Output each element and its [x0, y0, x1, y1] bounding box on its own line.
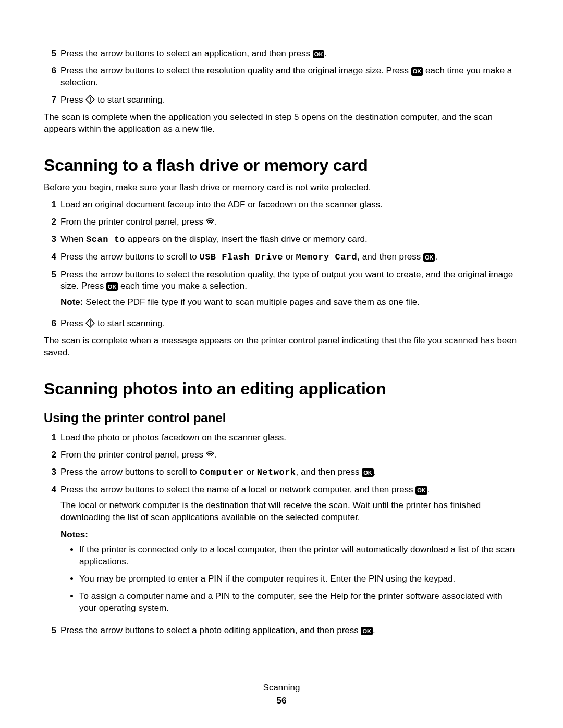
ok-icon: OK [362, 468, 374, 477]
flash-step-6: 6 Press to start scanning. [44, 318, 519, 330]
start-diamond-icon [85, 318, 95, 328]
text: each time you make a selection. [118, 281, 247, 291]
text: . [427, 485, 430, 495]
flash-intro: Before you begin, make sure your flash d… [44, 182, 519, 194]
step-text: Press the arrow buttons to scroll to USB… [60, 251, 519, 264]
ok-icon: OK [361, 627, 373, 635]
step-text: Press to start scanning. [60, 318, 519, 330]
text: From the printer control panel, press [60, 217, 206, 227]
step-text: Press the arrow buttons to select an app… [60, 48, 519, 60]
start-diamond-icon [85, 95, 95, 104]
step-number: 6 [44, 65, 56, 77]
flash-step-2: 2 From the printer control panel, press … [44, 216, 519, 228]
ok-icon: OK [106, 282, 118, 291]
ok-icon: OK [423, 253, 435, 262]
step-number: 4 [44, 251, 56, 263]
text: or [244, 467, 257, 477]
ok-icon: OK [313, 50, 325, 58]
text: . [373, 625, 375, 635]
step-text: Press the arrow buttons to select the na… [60, 484, 519, 620]
step-number: 1 [44, 199, 56, 211]
step-6: 6 Press the arrow buttons to select the … [44, 65, 519, 89]
step-7: 7 Press to start scanning. [44, 94, 519, 106]
note-text: Select the PDF file type if you want to … [85, 297, 420, 307]
mono-text: Memory Card [296, 252, 358, 262]
note-block: Note: Select the PDF file type if you wa… [60, 297, 519, 309]
text: . [374, 467, 376, 477]
ok-icon: OK [415, 486, 427, 495]
step-number: 6 [44, 318, 56, 330]
text: From the printer control panel, press [60, 450, 206, 460]
text: Press the arrow buttons to select a phot… [60, 625, 361, 635]
bullet-item: If the printer is connected only to a lo… [79, 544, 519, 568]
notes-label: Notes: [60, 529, 519, 541]
step-text: When Scan to appears on the display, ins… [60, 233, 519, 246]
photos-step-1: 1 Load the photo or photos facedown on t… [44, 432, 519, 444]
text: . [324, 48, 327, 58]
photos-steps: 1 Load the photo or photos facedown on t… [44, 432, 519, 637]
mono-text: Computer [199, 467, 244, 477]
text: Press the arrow buttons to select an app… [60, 48, 313, 58]
notes-bullets: If the printer is connected only to a lo… [60, 544, 519, 614]
step-number: 5 [44, 625, 56, 637]
flash-step-4: 4 Press the arrow buttons to scroll to U… [44, 251, 519, 264]
flash-step-3: 3 When Scan to appears on the display, i… [44, 233, 519, 246]
subheading-photos: Using the printer control panel [44, 410, 519, 426]
text: , and then press [296, 467, 362, 477]
text: . [215, 450, 217, 460]
step-number: 5 [44, 269, 56, 281]
text: Press the arrow buttons to select the na… [60, 485, 415, 495]
step-text: Press the arrow buttons to select the re… [60, 65, 519, 89]
step-number: 7 [44, 94, 56, 106]
step-number: 5 [44, 48, 56, 60]
mono-text: Scan to [86, 235, 125, 244]
bullet-item: You may be prompted to enter a PIN if th… [79, 573, 519, 585]
text: Press the arrow buttons to scroll to [60, 252, 199, 262]
footer-section: Scanning [0, 682, 563, 694]
text: When [60, 234, 86, 244]
step-number: 3 [44, 233, 56, 245]
ok-icon: OK [411, 67, 423, 76]
heading-photos: Scanning photos into an editing applicat… [44, 378, 519, 400]
flash-step-1: 1 Load an original document faceup into … [44, 199, 519, 211]
heading-flash: Scanning to a flash drive or memory card [44, 154, 519, 177]
bullet-item: To assign a computer name and a PIN to t… [79, 590, 519, 614]
mono-text: USB Flash Drive [199, 252, 283, 262]
step-number: 2 [44, 216, 56, 228]
step-text: From the printer control panel, press . [60, 449, 519, 461]
text: . [215, 217, 217, 227]
text: Press the arrow buttons to scroll to [60, 467, 199, 477]
photos-step-3: 3 Press the arrow buttons to scroll to C… [44, 466, 519, 479]
mono-text: Network [257, 467, 296, 477]
step-number: 3 [44, 466, 56, 478]
text: . [435, 252, 437, 262]
step-number: 1 [44, 432, 56, 444]
note-label: Note: [60, 297, 85, 307]
step-text: Press the arrow buttons to scroll to Com… [60, 466, 519, 479]
top-paragraph: The scan is complete when the applicatio… [44, 112, 519, 135]
footer-page-number: 56 [0, 695, 563, 707]
text: to start scanning. [95, 95, 165, 105]
text: appears on the display, insert the flash… [125, 234, 368, 244]
step-number: 4 [44, 484, 56, 496]
text: Press the arrow buttons to select the re… [60, 66, 411, 76]
step-text: Load an original document faceup into th… [60, 199, 519, 211]
step-number: 2 [44, 449, 56, 461]
step4-para: The local or network computer is the des… [60, 500, 519, 524]
step-5: 5 Press the arrow buttons to select an a… [44, 48, 519, 60]
scan-icon [206, 218, 215, 226]
text: Press [60, 318, 85, 328]
document-page: 5 Press the arrow buttons to select an a… [0, 0, 563, 728]
top-steps-list: 5 Press the arrow buttons to select an a… [44, 48, 519, 106]
step-text: Load the photo or photos facedown on the… [60, 432, 519, 444]
photos-step-4: 4 Press the arrow buttons to select the … [44, 484, 519, 620]
flash-step-5: 5 Press the arrow buttons to select the … [44, 269, 519, 313]
step-text: Press to start scanning. [60, 94, 519, 106]
flash-steps: 1 Load an original document faceup into … [44, 199, 519, 330]
step-text: Press the arrow buttons to select a phot… [60, 625, 519, 637]
text: to start scanning. [95, 318, 165, 328]
text: or [283, 252, 296, 262]
scan-icon [206, 451, 215, 459]
step-text: From the printer control panel, press . [60, 216, 519, 228]
step-text: Press the arrow buttons to select the re… [60, 269, 519, 313]
